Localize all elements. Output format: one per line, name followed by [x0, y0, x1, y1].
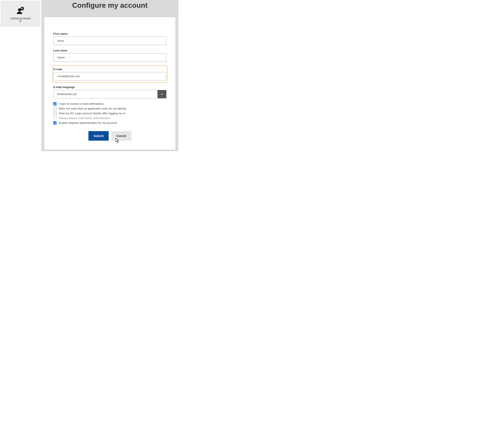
- right-panel: Configure my account First name Last nam…: [41, 0, 178, 151]
- page-title: Configure my account: [41, 1, 178, 9]
- first-name-field: First name: [53, 32, 166, 45]
- check-icon: [53, 107, 57, 110]
- cancel-button[interactable]: Cancel: [111, 131, 131, 141]
- checkbox-label: I want to receive e-mail notifications.: [59, 102, 104, 106]
- checkbox-label: Enable adaptive authentication for my ac…: [59, 121, 117, 125]
- checkbox-adaptive-auth[interactable]: Enable adaptive authentication for my ac…: [53, 121, 166, 125]
- hand-cursor-icon: [19, 20, 22, 23]
- first-name-label: First name: [53, 32, 166, 35]
- checkbox-label: View my EU Login account details after l…: [59, 112, 126, 115]
- last-name-label: Last name: [53, 49, 166, 52]
- email-label: E-mail: [54, 68, 166, 71]
- check-icon: [53, 102, 57, 106]
- svg-point-1: [20, 7, 24, 10]
- check-icon: [53, 112, 57, 115]
- email-field-highlight: E-mail: [52, 66, 167, 83]
- email-language-field: E-mail language Nederlands (nl): [53, 85, 166, 98]
- first-name-input[interactable]: [53, 37, 166, 45]
- checkbox-email-notifications[interactable]: I want to receive e-mail notifications.: [53, 102, 166, 106]
- email-language-label: E-mail language: [53, 85, 166, 89]
- email-language-select[interactable]: Nederlands (nl): [53, 90, 166, 98]
- checkbox-warn-identity[interactable]: Warn me each time an application asks fo…: [53, 107, 166, 110]
- configure-account-tile[interactable]: Configure my account: [0, 0, 40, 27]
- email-input[interactable]: [54, 72, 166, 80]
- check-icon: [53, 121, 57, 125]
- configure-account-link[interactable]: Configure my account: [10, 17, 31, 19]
- submit-button[interactable]: Submit: [89, 131, 109, 141]
- user-gear-icon: [15, 7, 26, 14]
- check-icon: [53, 116, 57, 120]
- last-name-field: Last name: [53, 49, 166, 62]
- checkbox-view-eu-details[interactable]: View my EU Login account details after l…: [53, 112, 166, 115]
- button-row: Submit Cancel: [53, 131, 166, 141]
- checkbox-group: I want to receive e-mail notifications. …: [53, 102, 166, 125]
- checkbox-label: Warn me each time an application asks fo…: [59, 107, 126, 110]
- chevron-down-icon[interactable]: [157, 90, 166, 98]
- last-name-input[interactable]: [53, 53, 166, 62]
- checkbox-require-mfa: Always require multi-factor authenticati…: [53, 116, 166, 120]
- email-language-value: Nederlands (nl): [53, 90, 166, 98]
- form-card: First name Last name E-mail E-mail langu…: [44, 17, 175, 150]
- checkbox-label: Always require multi-factor authenticati…: [59, 116, 110, 120]
